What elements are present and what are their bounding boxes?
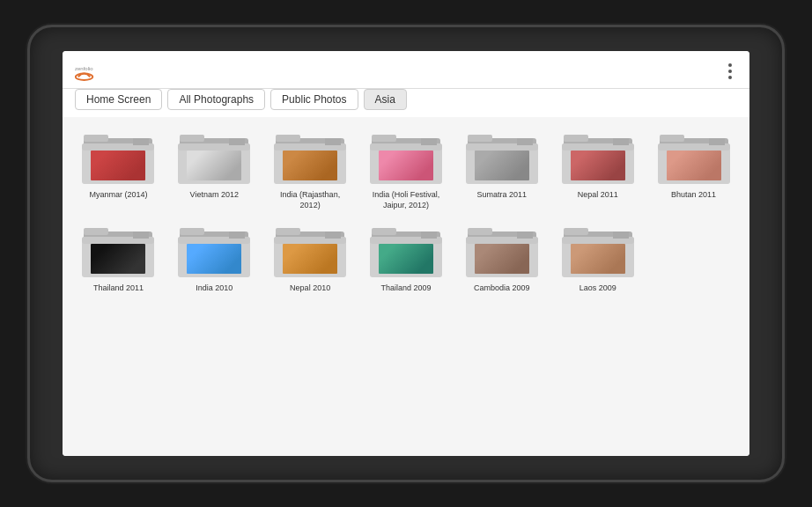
svg-rect-36 bbox=[709, 138, 725, 145]
folder-icon bbox=[78, 126, 158, 187]
tab-all-photographs[interactable]: All Photographs bbox=[167, 89, 265, 110]
svg-rect-3 bbox=[84, 135, 108, 142]
svg-rect-66 bbox=[613, 231, 629, 239]
svg-rect-51 bbox=[325, 231, 341, 239]
zenfolio-logo: zenfolio bbox=[75, 63, 101, 81]
tab-asia[interactable]: Asia bbox=[364, 89, 407, 110]
folder-icon bbox=[558, 126, 638, 187]
svg-rect-63 bbox=[564, 228, 588, 235]
folder-icon bbox=[654, 126, 734, 187]
folder-label: Vietnam 2012 bbox=[190, 190, 239, 201]
folder-label: Laos 2009 bbox=[579, 283, 616, 294]
folder-item[interactable]: Nepal 2010 bbox=[267, 219, 354, 294]
folder-icon bbox=[462, 219, 542, 281]
header-left: zenfolio bbox=[75, 60, 108, 81]
tab-bar: Home ScreenAll PhotographsPublic PhotosA… bbox=[63, 89, 749, 117]
folder-label: Thailand 2009 bbox=[380, 283, 431, 294]
folder-item[interactable]: India 2010 bbox=[171, 219, 258, 294]
folder-item[interactable]: India (Holi Festival, Jaipur, 2012) bbox=[363, 126, 450, 210]
svg-rect-53 bbox=[372, 228, 396, 235]
folder-icon bbox=[366, 219, 446, 281]
svg-rect-23 bbox=[468, 135, 492, 142]
svg-rect-43 bbox=[180, 228, 204, 235]
folder-label: India (Rajasthan, 2012) bbox=[271, 190, 349, 210]
folder-item[interactable]: Myanmar (2014) bbox=[75, 126, 162, 210]
folder-item[interactable]: Sumatra 2011 bbox=[458, 126, 545, 210]
folder-icon bbox=[270, 219, 350, 281]
tab-home-screen[interactable]: Home Screen bbox=[75, 89, 162, 110]
tab-public-photos[interactable]: Public Photos bbox=[270, 89, 358, 110]
folder-icon bbox=[78, 219, 158, 281]
folder-item[interactable]: Bhutan 2011 bbox=[650, 126, 737, 210]
more-dot-1 bbox=[728, 63, 732, 67]
more-dot-3 bbox=[728, 76, 732, 79]
folder-item[interactable]: Thailand 2009 bbox=[363, 219, 450, 294]
svg-rect-6 bbox=[133, 138, 149, 145]
more-dot-2 bbox=[728, 70, 732, 73]
folder-label: Thailand 2011 bbox=[93, 283, 144, 294]
svg-rect-58 bbox=[468, 228, 492, 235]
folder-item[interactable]: Nepal 2011 bbox=[554, 126, 641, 210]
svg-rect-8 bbox=[180, 135, 204, 142]
svg-rect-28 bbox=[564, 135, 588, 142]
folder-label: Cambodia 2009 bbox=[474, 283, 530, 294]
content-area: Myanmar (2014)Vietnam 2012India (Rajasth… bbox=[63, 117, 749, 456]
svg-rect-61 bbox=[517, 231, 533, 239]
folder-item[interactable]: Cambodia 2009 bbox=[458, 219, 545, 294]
svg-rect-31 bbox=[613, 138, 629, 145]
device-frame: zenfolio Home ScreenAll PhotographsPubli… bbox=[27, 25, 785, 482]
folder-item[interactable]: India (Rajasthan, 2012) bbox=[267, 126, 354, 210]
svg-rect-33 bbox=[660, 135, 684, 142]
folder-icon bbox=[270, 126, 350, 187]
svg-point-1 bbox=[76, 74, 93, 81]
folder-label: Myanmar (2014) bbox=[89, 190, 147, 201]
folder-label: India 2010 bbox=[196, 283, 233, 294]
svg-rect-21 bbox=[421, 138, 437, 145]
folder-icon bbox=[462, 126, 542, 187]
folder-label: Bhutan 2011 bbox=[671, 190, 716, 201]
svg-rect-56 bbox=[421, 231, 437, 239]
svg-rect-18 bbox=[372, 135, 396, 142]
folder-item[interactable]: Vietnam 2012 bbox=[171, 126, 258, 210]
svg-rect-13 bbox=[276, 135, 300, 142]
folder-grid: Myanmar (2014)Vietnam 2012India (Rajasth… bbox=[75, 126, 737, 294]
svg-rect-41 bbox=[133, 231, 149, 239]
svg-rect-16 bbox=[325, 138, 341, 145]
folder-item[interactable]: Laos 2009 bbox=[554, 219, 641, 294]
folder-icon bbox=[366, 126, 446, 187]
folder-label: Sumatra 2011 bbox=[477, 190, 528, 201]
folder-icon bbox=[558, 219, 638, 281]
svg-rect-38 bbox=[84, 228, 108, 235]
svg-rect-48 bbox=[276, 228, 300, 235]
svg-rect-46 bbox=[229, 231, 245, 239]
folder-label: Nepal 2010 bbox=[290, 283, 330, 294]
folder-label: India (Holi Festival, Jaipur, 2012) bbox=[367, 190, 445, 210]
svg-rect-26 bbox=[517, 138, 533, 145]
header: zenfolio bbox=[63, 51, 749, 89]
svg-text:zenfolio: zenfolio bbox=[75, 66, 93, 71]
folder-item[interactable]: Thailand 2011 bbox=[75, 219, 162, 294]
folder-icon bbox=[174, 219, 254, 281]
folder-label: Nepal 2011 bbox=[578, 190, 618, 201]
screen: zenfolio Home ScreenAll PhotographsPubli… bbox=[63, 51, 749, 456]
svg-rect-11 bbox=[229, 138, 245, 145]
folder-icon bbox=[174, 126, 254, 187]
more-menu-button[interactable] bbox=[723, 60, 737, 83]
